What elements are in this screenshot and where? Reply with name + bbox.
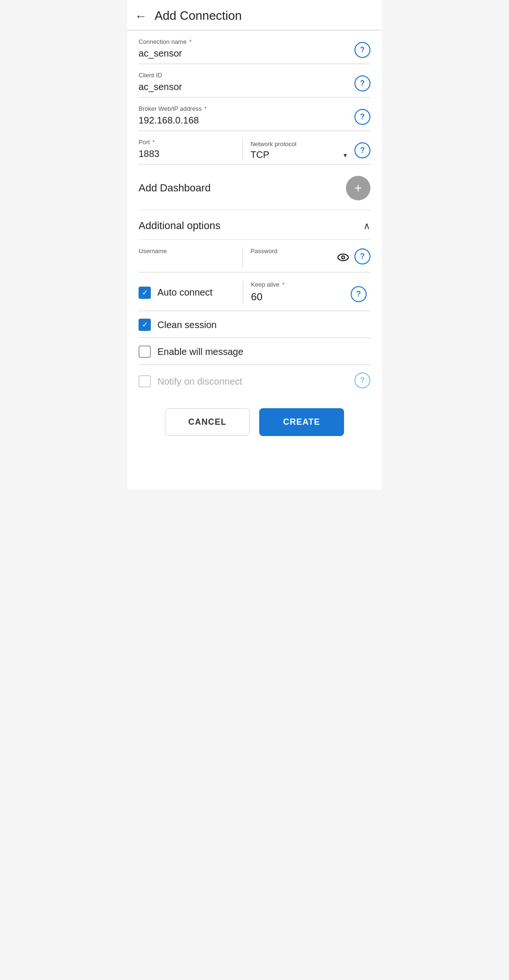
connection-name-input[interactable] — [139, 47, 351, 60]
username-input[interactable] — [139, 257, 237, 268]
additional-options-label: Additional options — [139, 220, 221, 232]
keep-alive-input[interactable] — [251, 290, 351, 304]
additional-options-toggle[interactable]: Additional options ∧ — [139, 210, 370, 240]
connection-name-field: Connection name * ? — [139, 31, 370, 64]
notify-disconnect-checkbox — [139, 375, 151, 387]
keep-alive-help-icon[interactable]: ? — [351, 286, 367, 302]
password-input[interactable] — [250, 257, 336, 268]
add-dashboard-row: Add Dashboard + — [139, 165, 370, 210]
page-title: Add Connection — [155, 8, 242, 23]
chevron-down-icon: ▾ — [344, 151, 347, 159]
keep-alive-label: Keep alive * — [251, 281, 351, 288]
chevron-up-icon: ∧ — [363, 220, 370, 231]
password-col: Password ? — [243, 247, 370, 268]
port-protocol-help-icon[interactable]: ? — [354, 142, 370, 158]
keepalive-col: Keep alive * ? — [243, 281, 370, 304]
client-id-input[interactable] — [139, 81, 351, 93]
credentials-row: Username Password — [139, 240, 370, 272]
keepalive-field-inner: Keep alive * — [251, 281, 351, 304]
screen: ← Add Connection Connection name * ? Cli… — [127, 0, 382, 490]
show-password-icon[interactable] — [336, 250, 351, 265]
notify-disconnect-label: Notify on disconnect — [157, 376, 242, 387]
enable-will-message-checkbox[interactable] — [139, 346, 151, 358]
enable-will-message-row: Enable will message — [139, 338, 370, 365]
svg-point-2 — [342, 256, 344, 258]
client-id-wrap: Client ID — [139, 72, 354, 93]
header: ← Add Connection — [127, 0, 382, 30]
client-id-field: Client ID ? — [139, 64, 370, 98]
protocol-value: TCP — [250, 149, 342, 160]
required-star: * — [188, 38, 192, 45]
password-icons: ? — [336, 248, 370, 266]
client-id-help-icon[interactable]: ? — [354, 75, 370, 91]
port-col: Port * — [139, 139, 243, 160]
protocol-select[interactable]: TCP ▾ — [250, 149, 347, 160]
clean-session-label: Clean session — [157, 320, 217, 330]
clean-session-checkbox[interactable]: ✓ — [139, 319, 151, 331]
auto-connect-label: Auto connect — [157, 287, 213, 298]
keepalive-field-row: Keep alive * ? — [251, 281, 367, 304]
broker-address-wrap: Broker Web/IP address * — [139, 105, 354, 127]
connection-name-help-icon[interactable]: ? — [354, 42, 370, 58]
broker-address-label: Broker Web/IP address * — [139, 105, 351, 112]
port-protocol-row: Port * Network protocol TCP ▾ ? — [139, 131, 370, 165]
broker-address-help-icon[interactable]: ? — [354, 109, 370, 125]
broker-address-field: Broker Web/IP address * ? — [139, 98, 370, 131]
bottom-buttons: CANCEL CREATE — [127, 397, 382, 451]
cancel-button[interactable]: CANCEL — [165, 408, 250, 436]
connection-name-wrap: Connection name * — [139, 38, 354, 60]
auto-keepalive-row: ✓ Auto connect Keep alive * ? — [139, 272, 370, 311]
password-row-wrap: Password ? — [250, 247, 370, 268]
client-id-label: Client ID — [139, 72, 351, 79]
auto-connect-checkmark: ✓ — [142, 289, 148, 296]
protocol-col: Network protocol TCP ▾ — [243, 140, 351, 160]
add-dashboard-button[interactable]: + — [346, 176, 370, 200]
notify-disconnect-help-icon: ? — [354, 372, 370, 388]
username-col: Username — [139, 247, 243, 268]
connection-name-label: Connection name * — [139, 38, 351, 45]
add-dashboard-label: Add Dashboard — [139, 182, 211, 194]
back-button[interactable]: ← — [135, 10, 147, 22]
username-label: Username — [139, 247, 237, 255]
password-help-icon[interactable]: ? — [354, 248, 370, 264]
enable-will-message-label: Enable will message — [157, 346, 243, 357]
clean-session-checkmark: ✓ — [142, 321, 148, 329]
password-input-wrap: Password — [250, 247, 336, 268]
broker-address-input[interactable] — [139, 114, 351, 127]
notify-disconnect-row: Notify on disconnect ? — [139, 365, 370, 397]
password-label: Password — [250, 247, 336, 255]
clean-session-row: ✓ Clean session — [139, 311, 370, 338]
form-content: Connection name * ? Client ID ? Broker W… — [127, 31, 382, 397]
port-label: Port * — [139, 139, 237, 146]
protocol-label: Network protocol — [250, 140, 347, 148]
auto-connect-col: ✓ Auto connect — [139, 287, 243, 299]
port-input[interactable] — [139, 148, 237, 160]
auto-connect-checkbox[interactable]: ✓ — [139, 287, 151, 299]
create-button[interactable]: CREATE — [259, 408, 344, 436]
